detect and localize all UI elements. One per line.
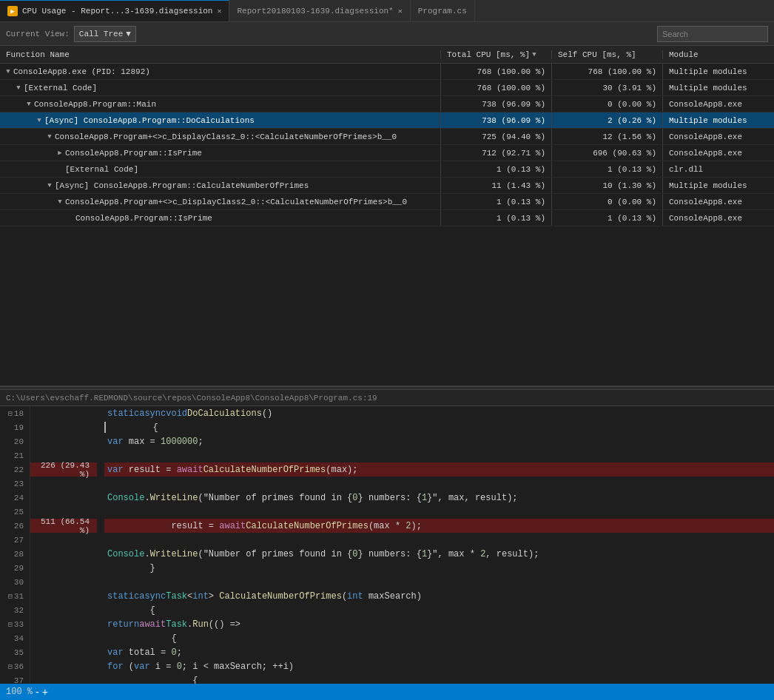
tab-diagsession-active[interactable]: ▶ CPU Usage - Report...3-1639.diagsessio…: [0, 0, 229, 21]
table-row[interactable]: ▼[External Code]768 (100.00 %)30 (3.91 %…: [0, 80, 774, 96]
module-value: Multiple modules: [663, 64, 774, 79]
line-number: 32: [0, 603, 30, 617]
col-header-function-name[interactable]: Function Name: [0, 50, 441, 59]
total-cpu-value: 738 (96.09 %): [441, 112, 552, 128]
line-number: ⊟31: [0, 589, 30, 603]
zoom-minus-button[interactable]: -: [36, 687, 39, 697]
table-row[interactable]: [External Code]1 (0.13 %)1 (0.13 %)clr.d…: [0, 161, 774, 178]
col-header-self-cpu[interactable]: Self CPU [ms, %]: [552, 50, 663, 59]
code-line: [104, 448, 774, 462]
line-number: 26: [0, 519, 30, 533]
line-number: 29: [0, 561, 30, 575]
line-number: ⊟36: [0, 659, 30, 673]
code-panel: ⊟18192021222324252627282930⊟3132⊟333435⊟…: [0, 406, 774, 700]
tree-expander[interactable]: [65, 213, 75, 223]
tree-expander[interactable]: ▼: [13, 83, 24, 93]
tree-expander[interactable]: ▼: [44, 132, 55, 142]
self-cpu-value: 10 (1.30 %): [552, 178, 663, 193]
code-line: Console.WriteLine("Number of primes foun…: [104, 547, 774, 561]
tab-close-1[interactable]: ✕: [217, 7, 221, 16]
table-row[interactable]: ▼[Async] ConsoleApp8.Program::DoCalculat…: [0, 112, 774, 129]
heat-value: 511 (66.54 %): [30, 519, 97, 533]
function-name: ConsoleApp8.Program::IsPrime: [75, 214, 212, 223]
code-line: result = await CalculateNumberOfPrimes(m…: [104, 519, 774, 533]
code-line: [104, 575, 774, 589]
view-selector[interactable]: Call Tree ▼: [74, 26, 136, 42]
code-text: {: [107, 420, 158, 434]
table-row[interactable]: ▼[Async] ConsoleApp8.Program::CalculateN…: [0, 178, 774, 194]
code-text: }: [104, 561, 155, 575]
sort-arrow-icon: ▼: [532, 51, 536, 58]
self-cpu-value: 12 (1.56 %): [552, 129, 663, 144]
table-row[interactable]: ConsoleApp8.Program::IsPrime1 (0.13 %)1 …: [0, 210, 774, 226]
code-text: Console.WriteLine("Number of primes foun…: [104, 547, 539, 561]
heat-value: [30, 434, 97, 448]
code-line: return await Task.Run(() =>: [104, 617, 774, 631]
self-cpu-value: 1 (0.13 %): [552, 161, 663, 177]
line-number: 22: [0, 462, 30, 477]
total-cpu-value: 1 (0.13 %): [441, 194, 552, 209]
module-value: Multiple modules: [663, 178, 774, 193]
line-numbers-column: ⊟18192021222324252627282930⊟3132⊟333435⊟…: [0, 406, 30, 700]
tree-expander[interactable]: ▼: [44, 181, 55, 191]
self-cpu-value: 30 (3.91 %): [552, 80, 663, 95]
table-row[interactable]: ▼ConsoleApp8.Program+<>c_DisplayClass2_0…: [0, 129, 774, 145]
table-row[interactable]: ▶ConsoleApp8.Program::IsPrime712 (92.71 …: [0, 145, 774, 161]
module-value: ConsoleApp8.exe: [663, 194, 774, 209]
code-line: }: [104, 561, 774, 575]
self-cpu-value: 2 (0.26 %): [552, 112, 663, 128]
heat-value: [30, 603, 97, 617]
table-row[interactable]: ▼ConsoleApp8.Program+<>c_DisplayClass2_0…: [0, 194, 774, 210]
collapse-indicator-icon[interactable]: ⊟: [8, 620, 13, 629]
tree-expander[interactable]: ▶: [55, 148, 65, 158]
tab-label-3: Program.cs: [418, 7, 467, 16]
function-name: ConsoleApp8.Program::IsPrime: [65, 149, 202, 158]
tab-diagsession-2[interactable]: Report20180103-1639.diagsession* ✕: [229, 0, 410, 21]
tree-expander[interactable]: [55, 164, 65, 175]
code-text: [104, 448, 107, 462]
tree-expander[interactable]: ▼: [3, 67, 13, 77]
tab-programcs[interactable]: Program.cs: [411, 0, 475, 21]
fn-cell: ▼ConsoleApp8.exe (PID: 12892): [0, 64, 441, 79]
line-number: 28: [0, 547, 30, 561]
total-cpu-value: 738 (96.09 %): [441, 96, 552, 112]
heat-value: [30, 477, 97, 491]
module-value: Multiple modules: [663, 80, 774, 95]
heat-value: [30, 617, 97, 631]
line-number: 24: [0, 491, 30, 505]
module-value: ConsoleApp8.exe: [663, 129, 774, 144]
code-column: static async void DoCalculations() { var…: [97, 406, 774, 700]
tree-expander[interactable]: ▼: [55, 197, 65, 207]
tree-expander[interactable]: ▼: [24, 99, 34, 110]
code-line: var result = await CalculateNumberOfPrim…: [104, 462, 774, 477]
code-text: var result = await CalculateNumberOfPrim…: [104, 462, 358, 477]
code-text: [104, 575, 107, 589]
search-input[interactable]: [657, 26, 768, 42]
collapse-indicator-icon[interactable]: ⊟: [8, 592, 13, 601]
code-line: {: [104, 603, 774, 617]
collapse-indicator-icon[interactable]: ⊟: [8, 662, 13, 671]
total-cpu-value: 768 (100.00 %): [441, 80, 552, 95]
heat-value: [30, 631, 97, 645]
code-text: static async void DoCalculations(): [104, 406, 272, 420]
line-number: 34: [0, 631, 30, 645]
table-row[interactable]: ▼ConsoleApp8.exe (PID: 12892)768 (100.00…: [0, 64, 774, 80]
tab-close-2[interactable]: ✕: [398, 7, 403, 16]
col-header-total-cpu[interactable]: Total CPU [ms, %] ▼: [441, 50, 552, 59]
status-bar: 100 % - +: [0, 684, 774, 700]
function-name: [External Code]: [65, 165, 138, 174]
line-number: 23: [0, 477, 30, 491]
fn-cell: ▼[Async] ConsoleApp8.Program::DoCalculat…: [0, 112, 441, 128]
code-text: [104, 477, 107, 491]
tree-expander[interactable]: ▼: [34, 115, 44, 126]
self-cpu-value: 0 (0.00 %): [552, 96, 663, 112]
heat-value: [30, 645, 97, 659]
zoom-plus-button[interactable]: +: [42, 687, 48, 697]
code-area[interactable]: ⊟18192021222324252627282930⊟3132⊟333435⊟…: [0, 406, 774, 700]
table-row[interactable]: ▼ConsoleApp8.Program::Main738 (96.09 %)0…: [0, 96, 774, 112]
total-cpu-value: 1 (0.13 %): [441, 210, 552, 226]
self-cpu-value: 1 (0.13 %): [552, 210, 663, 226]
filepath-bar: C:\Users\evschaff.REDMOND\source\repos\C…: [0, 390, 774, 406]
collapse-indicator-icon[interactable]: ⊟: [8, 409, 13, 418]
heat-value: [30, 561, 97, 575]
